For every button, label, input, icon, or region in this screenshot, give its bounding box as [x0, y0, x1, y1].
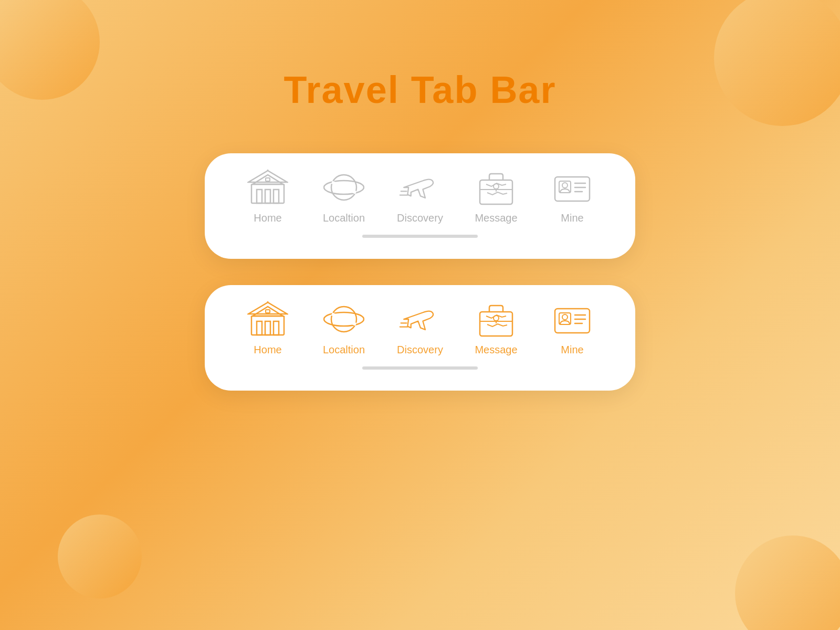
svg-line-33 [332, 314, 356, 324]
svg-rect-1 [257, 190, 262, 203]
home-icon-inactive [247, 169, 289, 206]
location-label-active: Localtion [323, 344, 365, 356]
home-label-inactive: Home [254, 212, 281, 224]
tab-home-active[interactable]: Home [236, 301, 299, 356]
active-tab-items: Home Localtion [236, 301, 604, 356]
tab-discovery-inactive[interactable]: Discovery [388, 169, 452, 224]
active-tab-bar-container: Home Localtion [0, 285, 840, 391]
decorative-circle-bottom-right [735, 536, 840, 630]
svg-marker-4 [248, 171, 287, 182]
svg-point-19 [562, 183, 568, 188]
inactive-tab-items: Home Localtion [236, 169, 604, 224]
svg-line-10 [332, 182, 356, 193]
inactive-tab-bar-container: Home Localtion [0, 153, 840, 259]
decorative-circle-bottom-left [58, 514, 142, 598]
message-icon-active [475, 301, 517, 338]
tab-location-inactive[interactable]: Localtion [312, 169, 375, 224]
tab-location-active[interactable]: Localtion [312, 301, 375, 356]
inactive-tab-bar: Home Localtion [205, 153, 635, 259]
tab-mine-active[interactable]: Mine [541, 301, 604, 356]
location-icon-active [323, 301, 365, 338]
message-icon-inactive [475, 169, 517, 206]
mine-label-active: Mine [561, 344, 583, 356]
discovery-icon-inactive [399, 169, 441, 206]
tab-message-inactive[interactable]: Message [465, 169, 528, 224]
discovery-icon-active [399, 301, 441, 338]
discovery-label-inactive: Discovery [397, 212, 443, 224]
location-label-inactive: Localtion [323, 212, 365, 224]
active-tab-indicator [362, 366, 478, 370]
mine-icon-active [551, 301, 593, 338]
tab-mine-inactive[interactable]: Mine [541, 169, 604, 224]
home-label-active: Home [254, 344, 281, 356]
message-label-inactive: Message [475, 212, 517, 224]
discovery-label-active: Discovery [397, 344, 443, 356]
inactive-tab-indicator [362, 235, 478, 238]
home-icon-active [247, 301, 289, 338]
svg-rect-25 [265, 321, 270, 335]
page-title: Travel Tab Bar [0, 68, 840, 111]
svg-rect-40 [555, 309, 590, 333]
svg-rect-7 [266, 178, 270, 181]
tab-message-active[interactable]: Message [465, 301, 528, 356]
mine-icon-inactive [551, 169, 593, 206]
svg-point-38 [494, 316, 499, 321]
svg-rect-3 [274, 190, 279, 203]
svg-point-42 [562, 314, 568, 320]
svg-marker-27 [248, 302, 287, 314]
tab-discovery-active[interactable]: Discovery [388, 301, 452, 356]
message-label-active: Message [475, 344, 517, 356]
tab-home-inactive[interactable]: Home [236, 169, 299, 224]
svg-rect-24 [257, 321, 262, 335]
svg-rect-26 [274, 321, 279, 335]
svg-rect-30 [266, 310, 270, 313]
location-icon-inactive [323, 169, 365, 206]
svg-rect-2 [265, 190, 270, 203]
svg-point-15 [494, 184, 499, 189]
mine-label-inactive: Mine [561, 212, 583, 224]
active-tab-bar: Home Localtion [205, 285, 635, 391]
svg-rect-17 [555, 177, 590, 201]
